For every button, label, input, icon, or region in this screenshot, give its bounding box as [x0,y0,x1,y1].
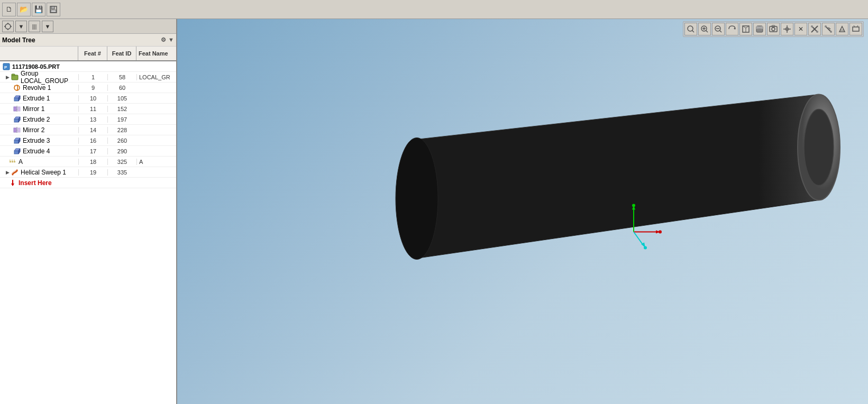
helical-num: 19 [78,169,107,176]
new-button[interactable]: 🗋 [2,3,16,16]
tree-expand-icon[interactable]: ▼ [168,36,174,43]
svg-rect-19 [14,128,16,132]
tree-row-extrude4[interactable]: Extrude 4 17 290 [0,146,176,157]
svg-point-67 [659,231,662,234]
svg-point-54 [830,31,832,33]
datum-a-id: 325 [107,159,136,165]
extrude3-label: Extrude 3 [23,137,50,144]
svg-rect-1 [51,6,54,9]
tree-row-helical[interactable]: ▶ Helical Sweep 1 19 335 [0,167,176,178]
save-button[interactable]: 💾 [32,3,45,16]
svg-rect-21 [14,140,19,143]
panel-more-btn[interactable]: ▼ [42,21,53,32]
tree-row-mirror1[interactable]: Mirror 1 11 152 [0,104,176,114]
cylinder-left-face [396,138,438,260]
saveas-button[interactable] [47,3,60,16]
svg-marker-26 [11,183,14,186]
svg-line-32 [706,31,708,33]
group-expand-arrow[interactable]: ▶ [4,74,11,80]
panel-filter-btn[interactable]: ▼ [15,21,27,32]
datum-icon [8,158,17,166]
vp-cut2-btn[interactable] [808,23,821,35]
group-featname: LOCAL_GR [136,74,176,80]
datum-a-label: A [19,158,23,166]
extrude2-num: 13 [78,116,107,123]
mirror2-num: 14 [78,127,107,133]
svg-rect-15 [14,107,16,111]
col-tree-name [0,47,78,60]
panel-settings-btn[interactable] [2,21,14,32]
svg-point-3 [5,24,11,29]
vp-shaded-btn[interactable] [753,23,766,35]
column-headers: Feat # Feat ID Feat Name [0,47,176,61]
extrude1-icon [13,94,21,103]
vp-wireframe-btn[interactable] [739,23,752,35]
extrude2-label: Extrude 2 [23,116,50,123]
svg-point-53 [825,25,827,27]
svg-line-35 [720,31,722,33]
panel-columns-btn[interactable]: ||| [29,21,40,32]
vp-spin-btn[interactable] [726,23,738,35]
revolve1-label: Revolve 1 [23,84,51,91]
col-feat-num-header[interactable]: Feat # [78,47,107,60]
cylinder-svg [380,79,856,343]
tree-row-mirror2[interactable]: Mirror 2 14 228 [0,125,176,135]
tree-row-group[interactable]: ▶ Group LOCAL_GROUP 1 58 LOCAL_GR [0,72,176,82]
vp-zoom-fit-btn[interactable] [684,23,697,35]
mirror1-num: 11 [78,106,107,112]
group-id: 58 [107,74,136,80]
vp-zoom-in-btn[interactable] [698,23,711,35]
extrude4-num: 17 [78,148,107,154]
mirror2-label: Mirror 2 [23,126,44,134]
tree-row-extrude3[interactable]: Extrude 3 16 260 [0,135,176,146]
svg-rect-20 [17,128,20,132]
svg-rect-13 [14,98,19,101]
open-button[interactable]: 📂 [17,3,31,16]
svg-point-66 [632,204,635,207]
svg-point-50 [811,25,813,27]
viewport[interactable]: ✕ [177,19,868,404]
mirror2-icon [13,126,21,134]
top-toolbar: 🗋 📂 💾 [0,0,868,19]
extrude1-id: 105 [107,95,136,102]
model-tree-label: Model Tree [2,36,35,44]
vp-cut3-btn[interactable] [822,23,835,35]
vp-cut5-btn[interactable] [849,23,862,35]
col-feat-id-header[interactable]: Feat ID [107,47,136,60]
extrude4-id: 290 [107,148,136,154]
vp-cut1-btn[interactable]: ✕ [794,23,807,35]
datum-a-num: 18 [78,159,107,165]
svg-rect-2 [51,10,56,12]
vp-screenshot-btn[interactable] [767,23,780,35]
model-tree-content: P 11171908-05.PRT ▶ Group LOCAL_GROUP 1 [0,61,176,404]
svg-marker-36 [734,27,735,30]
root-label: 11171908-05.PRT [12,63,60,70]
vp-cut4-btn[interactable] [836,23,848,35]
svg-line-64 [634,232,643,245]
col-feat-name-header[interactable]: Feat Name [136,47,176,60]
vp-zoom-out-btn[interactable] [712,23,725,35]
revolve-icon [13,84,21,92]
tree-row-extrude1[interactable]: Extrude 1 10 105 [0,93,176,104]
tree-row-datum-a[interactable]: A 18 325 A [0,157,176,167]
main-area: ▼ ||| ▼ Model Tree ⚙ ▼ Feat # Feat ID Fe… [0,19,868,404]
tree-row-insert-here[interactable]: Insert Here [0,178,176,188]
svg-rect-57 [853,27,859,31]
tree-row-extrude2[interactable]: Extrude 2 13 197 [0,114,176,125]
svg-point-68 [644,246,647,250]
svg-rect-11 [12,74,15,76]
cad-model-3d [380,79,856,345]
cylinder-right-inner [804,109,834,186]
vp-orient-btn[interactable] [781,23,793,35]
tree-settings-icon[interactable]: ⚙ [161,36,166,43]
helical-expand-arrow[interactable]: ▶ [4,169,11,176]
model-tree-header: Model Tree ⚙ ▼ [0,34,176,47]
helical-icon [11,168,19,177]
insert-here-label: Insert Here [19,179,52,187]
datum-a-featname: A [136,159,176,165]
left-panel: ▼ ||| ▼ Model Tree ⚙ ▼ Feat # Feat ID Fe… [0,19,177,404]
tree-row-revolve1[interactable]: Revolve 1 9 60 [0,82,176,93]
panel-toolbar: ▼ ||| ▼ [0,19,176,34]
helical-id: 335 [107,169,136,176]
group-icon [11,73,19,81]
